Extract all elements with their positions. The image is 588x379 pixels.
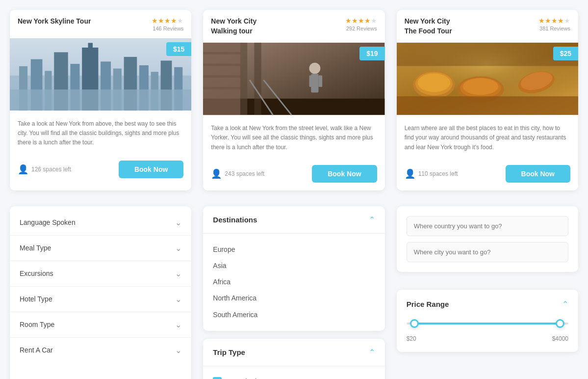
- card-description-2: Take a look at New York from the street …: [203, 117, 384, 159]
- price-badge-3: $25: [553, 47, 578, 60]
- svg-rect-28: [203, 52, 240, 54]
- card-image-2: $19: [203, 41, 384, 117]
- trip-type-panel: Trip Type ⌃ ✓ Round Trip One Way: [203, 339, 384, 379]
- dest-europe[interactable]: Europe: [213, 242, 375, 258]
- trip-type-title: Trip Type: [213, 348, 245, 356]
- destinations-list: Europe Asia Africa North America South A…: [203, 234, 384, 331]
- svg-rect-8: [88, 43, 93, 52]
- filter-label-language: Language Spoken: [20, 218, 76, 226]
- card-image-1: $15: [10, 36, 191, 112]
- slider-thumb-min[interactable]: [410, 319, 419, 328]
- person-icon-3: 👤: [405, 168, 415, 179]
- price-range-title: Price Range: [407, 300, 449, 308]
- search-panel: [397, 206, 578, 272]
- spaces-text-1: 126 spaces left: [31, 166, 71, 173]
- dest-africa[interactable]: Africa: [213, 274, 375, 290]
- spaces-text-3: 110 spaces left: [418, 170, 458, 177]
- svg-rect-29: [203, 64, 240, 66]
- bottom-row: Language Spoken ⌄ Meal Type ⌄ Excursions…: [10, 206, 578, 379]
- reviews-1: 146 Reviews: [152, 26, 183, 31]
- price-badge-1: $15: [166, 42, 191, 56]
- card-image-3: $25: [397, 41, 578, 117]
- chevron-up-destinations: ⌃: [369, 215, 375, 224]
- filter-language[interactable]: Language Spoken ⌄: [10, 210, 191, 236]
- gap: [203, 331, 384, 339]
- chevron-down-room: ⌄: [175, 320, 181, 329]
- slider-fill: [414, 323, 560, 325]
- trip-option-round[interactable]: ✓ Round Trip: [213, 374, 375, 379]
- tour-card-walking: New York CityWalking tour ★★★★★ 292 Revi…: [203, 10, 384, 190]
- stars-1: ★★★★★: [152, 17, 183, 25]
- country-search-input[interactable]: [407, 216, 568, 236]
- svg-point-23: [309, 63, 321, 74]
- dest-south-america[interactable]: South America: [213, 307, 375, 323]
- svg-point-36: [417, 74, 450, 92]
- destinations-panel: Destinations ⌃ Europe Asia Africa North …: [203, 206, 384, 331]
- checkbox-round-trip[interactable]: ✓: [213, 377, 222, 379]
- book-button-2[interactable]: Book Now: [312, 165, 377, 183]
- svg-rect-30: [203, 76, 240, 78]
- chevron-up-trip: ⌃: [369, 348, 375, 357]
- svg-rect-19: [240, 43, 247, 115]
- svg-point-39: [462, 78, 498, 95]
- chevron-down-car: ⌄: [175, 346, 181, 355]
- price-range-section: Price Range ⌃ $20 $4000: [397, 290, 578, 352]
- card-title-1: New York Skyline Tour: [18, 17, 91, 27]
- filter-label-car: Rent A Car: [20, 346, 53, 354]
- book-button-1[interactable]: Book Now: [119, 161, 183, 178]
- card-title-3: New York CityThe Food Tour: [405, 17, 452, 36]
- chevron-up-price: ⌃: [562, 299, 568, 309]
- filter-excursions[interactable]: Excursions ⌄: [10, 261, 191, 287]
- chevron-down-hotel: ⌄: [175, 295, 181, 304]
- reviews-2: 292 Reviews: [345, 26, 377, 31]
- filter-label-room: Room Type: [20, 321, 54, 328]
- price-range-header: Price Range ⌃: [407, 299, 568, 309]
- price-labels: $20 $4000: [407, 335, 568, 342]
- filter-car[interactable]: Rent A Car ⌄: [10, 338, 191, 363]
- filter-meal-type[interactable]: Meal Type ⌄: [10, 236, 191, 261]
- reviews-3: 381 Reviews: [538, 26, 570, 31]
- person-icon-1: 👤: [18, 164, 28, 175]
- card-header-2: New York CityWalking tour ★★★★★ 292 Revi…: [203, 10, 384, 41]
- svg-rect-43: [397, 43, 578, 66]
- right-column: Price Range ⌃ $20 $4000: [397, 206, 578, 379]
- person-icon-2: 👤: [211, 168, 222, 179]
- filter-label-hotel: Hotel Type: [20, 295, 52, 303]
- stars-2: ★★★★★: [345, 17, 377, 25]
- dest-north-america[interactable]: North America: [213, 290, 375, 306]
- gap2: [397, 272, 578, 280]
- filter-hotel[interactable]: Hotel Type ⌄: [10, 287, 191, 312]
- spaces-text-2: 243 spaces left: [225, 170, 264, 177]
- stars-3: ★★★★★: [538, 17, 570, 25]
- svg-rect-42: [397, 96, 578, 115]
- svg-rect-25: [309, 76, 313, 87]
- spaces-left-1: 👤 126 spaces left: [18, 164, 71, 175]
- svg-rect-20: [255, 43, 261, 115]
- card-title-2: New York CityWalking tour: [211, 17, 256, 36]
- card-rating-3: ★★★★★ 381 Reviews: [538, 17, 570, 31]
- card-footer-1: 👤 126 spaces left Book Now: [10, 155, 191, 186]
- card-description-3: Learn where are all the best places to e…: [397, 117, 578, 159]
- tour-card-food: New York CityThe Food Tour ★★★★★ 381 Rev…: [397, 10, 578, 190]
- slider-thumb-max[interactable]: [556, 319, 564, 328]
- filter-room[interactable]: Room Type ⌄: [10, 312, 191, 338]
- card-rating-2: ★★★★★ 292 Reviews: [345, 17, 377, 31]
- card-footer-2: 👤 243 spaces left Book Now: [203, 159, 384, 190]
- svg-rect-16: [10, 89, 191, 110]
- cards-row: New York Skyline Tour ★★★★★ 146 Reviews: [10, 10, 578, 190]
- filter-label-excursions: Excursions: [20, 270, 53, 277]
- spaces-left-3: 👤 110 spaces left: [405, 168, 458, 179]
- card-header-1: New York Skyline Tour ★★★★★ 146 Reviews: [10, 10, 191, 36]
- book-button-3[interactable]: Book Now: [506, 165, 570, 183]
- trip-type-header[interactable]: Trip Type ⌃: [203, 339, 384, 366]
- svg-rect-26: [319, 76, 323, 87]
- price-min-label: $20: [407, 335, 416, 342]
- price-badge-2: $19: [359, 47, 384, 60]
- svg-rect-31: [203, 87, 240, 89]
- chevron-down-language: ⌄: [175, 218, 181, 227]
- dest-asia[interactable]: Asia: [213, 258, 375, 274]
- city-search-input[interactable]: [407, 242, 568, 262]
- destinations-header[interactable]: Destinations ⌃: [203, 206, 384, 234]
- chevron-down-meal: ⌄: [175, 244, 181, 253]
- price-slider[interactable]: [407, 319, 568, 328]
